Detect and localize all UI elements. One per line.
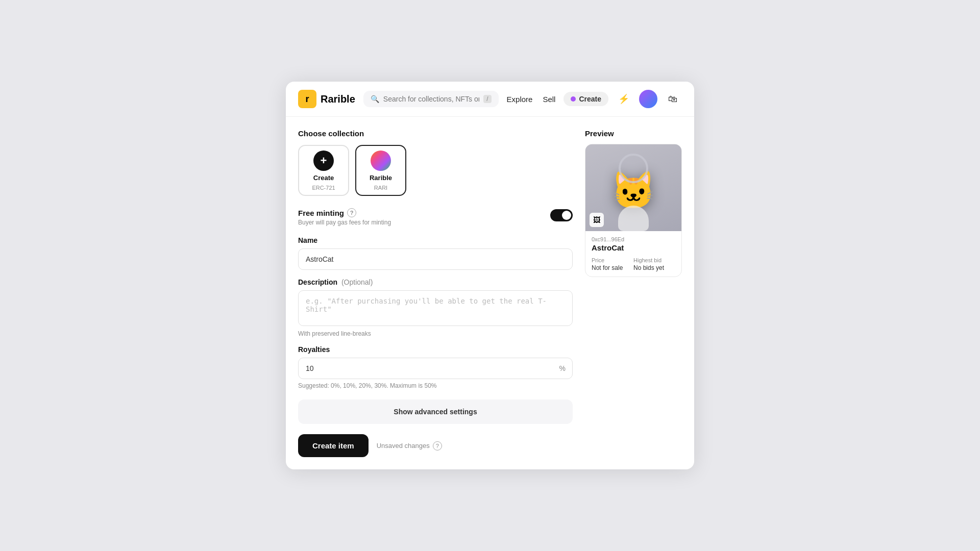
create-item-button[interactable]: Create item: [298, 434, 369, 457]
royalties-suffix: %: [559, 364, 566, 372]
preview-address: 0xc91...96Ed: [592, 236, 675, 242]
search-bar[interactable]: 🔍 /: [363, 91, 499, 107]
advanced-settings-button[interactable]: Show advanced settings: [298, 399, 573, 424]
search-shortcut: /: [483, 95, 491, 103]
price-label: Price: [592, 257, 633, 263]
preview-info: 0xc91...96Ed AstroCat Price Not for sale…: [585, 231, 681, 277]
preview-price-row: Price Not for sale Highest bid No bids y…: [592, 257, 675, 271]
create-card-name: Create: [313, 174, 334, 182]
preview-image-wrap: 🐱 🖼: [585, 144, 681, 231]
free-minting-sublabel: Buyer will pay gas fees for minting: [298, 219, 391, 226]
rarible-card-icon: [371, 151, 391, 171]
highest-bid-label: Highest bid: [633, 257, 675, 263]
collection-cards: + Create ERC-721 Rarible RARI: [298, 145, 573, 196]
royalties-input[interactable]: [298, 358, 573, 379]
form-area: Choose collection + Create ERC-721 Rarib…: [298, 129, 585, 457]
logo-text: Rarible: [321, 93, 355, 105]
free-minting-label: Free minting ?: [298, 208, 391, 217]
nav-sell[interactable]: Sell: [543, 95, 555, 104]
rarible-card-name: Rarible: [370, 174, 392, 182]
description-hint: With preserved line-breaks: [298, 330, 573, 337]
header-actions: Create ⚡ 🛍: [564, 90, 682, 108]
preview-nft-name: AstroCat: [592, 243, 675, 252]
preview-card: 🐱 🖼 0xc91...96Ed AstroCat Pr: [585, 144, 682, 277]
price-value: Not for sale: [592, 264, 633, 271]
lightning-icon-button[interactable]: ⚡: [615, 90, 633, 108]
nav-explore[interactable]: Explore: [507, 95, 533, 104]
create-button[interactable]: Create: [564, 92, 608, 106]
free-minting-help-icon[interactable]: ?: [347, 208, 356, 217]
cart-icon-button[interactable]: 🛍: [664, 90, 682, 108]
choose-collection-label: Choose collection: [298, 129, 573, 138]
free-minting-labels: Free minting ? Buyer will pay gas fees f…: [298, 208, 391, 226]
rarible-card-sub: RARI: [374, 185, 387, 191]
free-minting-row: Free minting ? Buyer will pay gas fees f…: [298, 208, 573, 226]
royalties-label: Royalties: [298, 345, 573, 354]
collection-card-create[interactable]: + Create ERC-721: [298, 145, 349, 196]
logo: r Rarible: [298, 90, 355, 108]
create-card-icon: +: [313, 151, 334, 171]
preview-highest-bid-col: Highest bid No bids yet: [633, 257, 675, 271]
collection-card-rarible[interactable]: Rarible RARI: [355, 145, 406, 196]
avatar[interactable]: [639, 90, 657, 108]
highest-bid-value: No bids yet: [633, 264, 675, 271]
create-label: Create: [579, 95, 601, 103]
name-label: Name: [298, 236, 573, 244]
unsaved-changes-help-icon[interactable]: ?: [433, 441, 442, 450]
royalties-hint: Suggested: 0%, 10%, 20%, 30%. Maximum is…: [298, 382, 573, 389]
preview-label: Preview: [585, 129, 682, 138]
description-input[interactable]: [298, 290, 573, 326]
free-minting-toggle[interactable]: [550, 209, 573, 221]
search-icon: 🔍: [371, 95, 379, 103]
unsaved-changes: Unsaved changes ?: [377, 441, 442, 450]
preview-price-col: Price Not for sale: [592, 257, 633, 271]
logo-icon: r: [298, 90, 316, 108]
nav-links: Explore Sell: [507, 95, 556, 104]
create-dot: [571, 96, 576, 102]
create-card-sub: ERC-721: [312, 185, 335, 191]
preview-area: Preview 🐱: [585, 129, 682, 457]
royalties-input-row: %: [298, 358, 573, 379]
description-label: Description (Optional): [298, 278, 573, 286]
form-footer: Create item Unsaved changes ?: [298, 434, 573, 457]
preview-corner-button[interactable]: 🖼: [590, 213, 604, 227]
name-input[interactable]: [298, 248, 573, 270]
unsaved-changes-label: Unsaved changes: [377, 442, 430, 449]
main-content: Choose collection + Create ERC-721 Rarib…: [286, 117, 694, 469]
app-header: r Rarible 🔍 / Explore Sell Create ⚡ 🛍: [286, 82, 694, 117]
search-input[interactable]: [383, 95, 479, 103]
